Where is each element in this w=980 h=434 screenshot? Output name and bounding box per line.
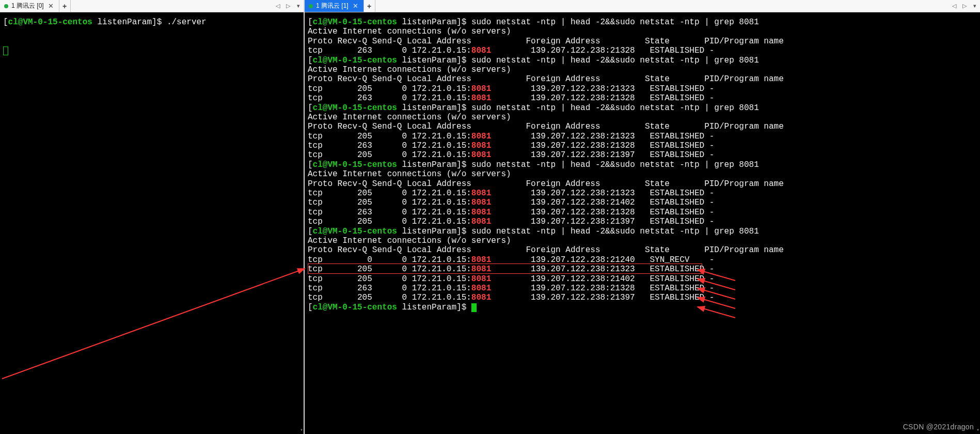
netstat-row: tcp 263 0 172.21.0.15:8081 139.207.122.2… [308,141,977,150]
netstat-row: tcp 205 0 172.21.0.15:8081 139.207.122.2… [308,265,977,274]
netstat-row: tcp 205 0 172.21.0.15:8081 139.207.122.2… [308,274,977,284]
status-dot-icon [4,4,8,8]
tab-title: 1 腾讯云 [1] [316,2,349,10]
scroll-down-icon[interactable]: ▾ [976,427,979,433]
add-tab-button[interactable]: + [59,0,71,12]
netstat-header: Proto Recv-Q Send-Q Local Address Foreig… [308,37,977,46]
prompt-line: [cl@VM-0-15-centos listenParam]$ ./serve… [3,18,301,27]
active-connections-line: Active Internet connections (w/o servers… [308,169,977,179]
tab-menu-icon[interactable]: ▾ [293,3,304,9]
netstat-row: tcp 263 0 172.21.0.15:8081 139.207.122.2… [308,94,977,103]
active-connections-line: Active Internet connections (w/o servers… [308,236,977,245]
plus-icon: + [367,2,371,10]
right-tabbar: 1 腾讯云 [1] ✕ + ◁ ▷ ▾ [305,0,980,12]
tab-prev-icon[interactable]: ◁ [273,3,283,9]
cursor-line [3,46,301,55]
netstat-header: Proto Recv-Q Send-Q Local Address Foreig… [308,122,977,131]
status-dot-icon [309,4,313,8]
plus-icon: + [62,2,67,10]
active-connections-line: Active Internet connections (w/o servers… [308,65,977,74]
prompt-line: [cl@VM-0-15-centos listenParam]$ sudo ne… [308,160,977,169]
netstat-row: tcp 205 0 172.21.0.15:8081 139.207.122.2… [308,150,977,160]
netstat-row: tcp 0 0 172.21.0.15:8081 139.207.122.238… [308,255,977,265]
active-connections-line: Active Internet connections (w/o servers… [308,27,977,36]
prompt-line: [cl@VM-0-15-centos listenParam]$ sudo ne… [308,56,977,65]
tab-next-icon[interactable]: ▷ [959,3,970,9]
prompt-line: [cl@VM-0-15-centos listenParam]$ [308,303,977,312]
prompt-line: [cl@VM-0-15-centos listenParam]$ sudo ne… [308,227,977,236]
netstat-row: tcp 205 0 172.21.0.15:8081 139.207.122.2… [308,217,977,226]
prompt-line: [cl@VM-0-15-centos listenParam]$ sudo ne… [308,103,977,113]
netstat-header: Proto Recv-Q Send-Q Local Address Foreig… [308,74,977,84]
netstat-row: tcp 263 0 172.21.0.15:8081 139.207.122.2… [308,46,977,55]
tab-title: 1 腾讯云 [0] [11,2,44,10]
netstat-row: tcp 205 0 172.21.0.15:8081 139.207.122.2… [308,189,977,198]
right-pane: 1 腾讯云 [1] ✕ + ◁ ▷ ▾ [cl@VM-0-15-centos l… [305,0,980,434]
prompt-line: [cl@VM-0-15-centos listenParam]$ sudo ne… [308,18,977,27]
terminal-right[interactable]: [cl@VM-0-15-centos listenParam]$ sudo ne… [305,12,980,434]
tab-left-session[interactable]: 1 腾讯云 [0] ✕ [0,0,59,12]
tab-right-session[interactable]: 1 腾讯云 [1] ✕ [305,0,364,12]
netstat-row: tcp 205 0 172.21.0.15:8081 139.207.122.2… [308,84,977,94]
terminal-left[interactable]: [cl@VM-0-15-centos listenParam]$ ./serve… [0,12,304,434]
add-tab-button[interactable]: + [364,0,375,12]
tab-next-icon[interactable]: ▷ [283,3,293,9]
netstat-row: tcp 263 0 172.21.0.15:8081 139.207.122.2… [308,284,977,293]
netstat-row: tcp 205 0 172.21.0.15:8081 139.207.122.2… [308,132,977,141]
netstat-header: Proto Recv-Q Send-Q Local Address Foreig… [308,245,977,255]
tab-prev-icon[interactable]: ◁ [949,3,959,9]
close-icon[interactable]: ✕ [353,3,358,9]
tab-menu-icon[interactable]: ▾ [970,3,980,9]
close-icon[interactable]: ✕ [48,3,54,9]
netstat-row: tcp 263 0 172.21.0.15:8081 139.207.122.2… [308,208,977,217]
netstat-row: tcp 205 0 172.21.0.15:8081 139.207.122.2… [308,293,977,302]
watermark: CSDN @2021dragon [903,423,974,431]
left-tabbar: 1 腾讯云 [0] ✕ + ◁ ▷ ▾ [0,0,304,12]
scroll-down-icon[interactable]: ▾ [300,427,303,433]
active-connections-line: Active Internet connections (w/o servers… [308,113,977,122]
left-pane: 1 腾讯云 [0] ✕ + ◁ ▷ ▾ [cl@VM-0-15-centos l… [0,0,305,434]
netstat-header: Proto Recv-Q Send-Q Local Address Foreig… [308,179,977,189]
netstat-row: tcp 205 0 172.21.0.15:8081 139.207.122.2… [308,198,977,207]
